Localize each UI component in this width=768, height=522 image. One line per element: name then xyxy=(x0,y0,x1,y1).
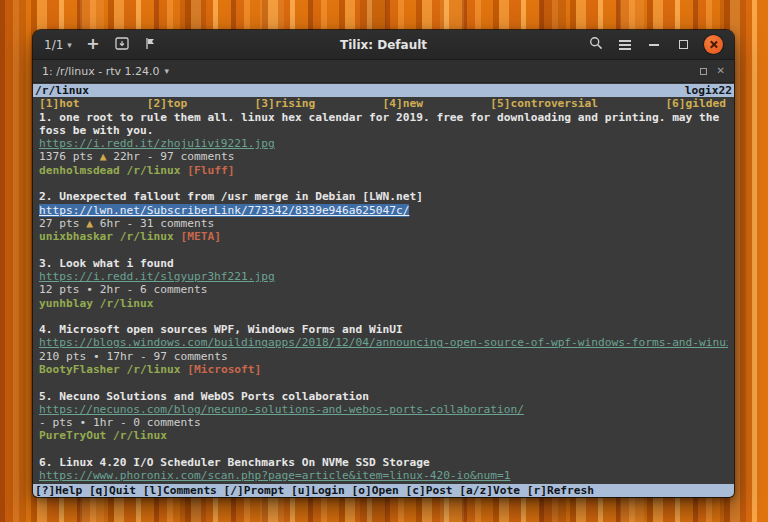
minimize-icon xyxy=(649,44,659,46)
post-title[interactable]: 6. Linux 4.20 I/O Scheduler Benchmarks O… xyxy=(39,456,728,469)
post-item: 4. Microsoft open sources WPF, Windows F… xyxy=(39,323,728,376)
post-title[interactable]: 3. Look what i found xyxy=(39,257,728,270)
logged-in-user: logix22 xyxy=(685,84,732,97)
close-icon xyxy=(704,35,723,54)
post-url-line: https://i.redd.it/zhoju1ivi9221.jpg xyxy=(39,137,728,150)
hamburger-menu-icon xyxy=(619,38,631,52)
titlebar-right-controls xyxy=(584,34,727,56)
maximize-terminal-icon[interactable] xyxy=(700,68,707,75)
terminal-tab-label: 1: /r/linux - rtv 1.24.0 xyxy=(42,65,160,78)
minimize-button[interactable] xyxy=(642,34,666,56)
post-author-line: PureTryOut /r/linux xyxy=(39,429,728,442)
flag-button[interactable] xyxy=(139,34,163,56)
terminal-tab-controls: ✕ xyxy=(700,66,725,76)
terminal-tab-bar: 1: /r/linux - rtv 1.24.0 ▾ ✕ xyxy=(33,60,734,83)
session-indicator-dropdown[interactable]: 1/1 ▾ xyxy=(40,34,76,56)
post-title[interactable]: 4. Microsoft open sources WPF, Windows F… xyxy=(39,323,728,336)
tab-gilded[interactable]: [6]gilded xyxy=(665,97,726,110)
rtv-status-bar: [?]Help [q]Quit [l]Comments [/]Prompt [u… xyxy=(33,484,734,497)
search-button[interactable] xyxy=(584,34,608,56)
post-item: 1. one root to rule them all. linux hex … xyxy=(39,111,728,177)
close-button[interactable] xyxy=(700,34,727,56)
post-subreddit: /r/linux xyxy=(113,429,167,442)
post-score: 27 pts xyxy=(39,217,79,230)
post-author-line: BootyFlasher /r/linux [Microsoft] xyxy=(39,363,728,376)
post-url-line: https://blogs.windows.com/buildingapps/2… xyxy=(39,336,728,349)
add-terminal-down-button[interactable] xyxy=(110,34,134,56)
post-author-line: denholmsdead /r/linux [Fluff] xyxy=(39,164,728,177)
post-meta-line: 12 pts • 2hr - 6 comments xyxy=(39,283,728,296)
close-terminal-icon[interactable]: ✕ xyxy=(717,66,725,76)
post-meta-line: 27 pts ▲ 6hr - 31 comments xyxy=(39,217,728,230)
chevron-down-icon: ▾ xyxy=(67,40,72,50)
search-icon xyxy=(589,36,603,53)
menu-button[interactable] xyxy=(613,34,637,56)
post-url-line: https://necunos.com/blog/necuno-solution… xyxy=(39,403,728,416)
tab-hot[interactable]: [1]hot xyxy=(39,97,147,110)
post-item: 6. Linux 4.20 I/O Scheduler Benchmarks O… xyxy=(39,456,728,483)
post-url-link[interactable]: https://www.phoronix.com/scan.php?page=a… xyxy=(39,469,510,482)
rtv-header-bar: /r/linux logix22 xyxy=(33,84,734,97)
tab-controversial[interactable]: [5]controversial xyxy=(490,97,665,110)
post-subreddit: /r/linux xyxy=(120,230,174,243)
terminal-down-icon xyxy=(115,37,129,53)
post-item: 5. Necuno Solutions and WebOS Ports coll… xyxy=(39,390,728,443)
post-item: 2. Unexpected fallout from /usr merge in… xyxy=(39,190,728,243)
post-details: 2hr - 6 comments xyxy=(100,283,208,296)
maximize-icon xyxy=(679,40,688,49)
rtv-sort-tabs: [1]hot [2]top [3]rising [4]new [5]contro… xyxy=(39,97,728,110)
post-title[interactable]: 5. Necuno Solutions and WebOS Ports coll… xyxy=(39,390,728,403)
post-author: denholmsdead xyxy=(39,164,120,177)
post-url-link[interactable]: https://i.redd.it/slgyupr3hf221.jpg xyxy=(39,270,275,283)
new-session-button[interactable]: + xyxy=(81,34,105,56)
tab-new[interactable]: [4]new xyxy=(383,97,491,110)
terminal-tab-title[interactable]: 1: /r/linux - rtv 1.24.0 ▾ xyxy=(42,65,169,78)
post-url-link[interactable]: https://i.redd.it/zhoju1ivi9221.jpg xyxy=(39,137,275,150)
post-score: 210 pts xyxy=(39,350,86,363)
bullet-icon: • xyxy=(79,416,86,429)
post-url-link[interactable]: https://blogs.windows.com/buildingapps/2… xyxy=(39,336,728,349)
post-details: 1hr - 0 comments xyxy=(93,416,201,429)
post-details: 22hr - 97 comments xyxy=(113,150,234,163)
tilix-window: 1/1 ▾ + Tilix: Default xyxy=(33,30,734,497)
post-title[interactable]: 1. one root to rule them all. linux hex … xyxy=(39,111,728,138)
post-score: 1376 pts xyxy=(39,150,93,163)
post-author-line: unixbhaskar /r/linux [META] xyxy=(39,230,728,243)
upvote-arrow-icon: ▲ xyxy=(100,150,107,163)
post-flair: [Microsoft] xyxy=(187,363,261,376)
titlebar-left-controls: 1/1 ▾ + xyxy=(40,34,163,56)
post-flair: [META] xyxy=(180,230,220,243)
window-titlebar: 1/1 ▾ + Tilix: Default xyxy=(33,30,734,60)
post-details: 6hr - 31 comments xyxy=(100,217,215,230)
session-indicator-label: 1/1 xyxy=(44,38,63,52)
chevron-down-icon: ▾ xyxy=(165,66,170,76)
post-url-link-selected[interactable]: https://lwn.net/SubscriberLink/773342/83… xyxy=(39,204,409,217)
post-subreddit: /r/linux xyxy=(127,363,181,376)
post-author: PureTryOut xyxy=(39,429,106,442)
post-author: unixbhaskar xyxy=(39,230,113,243)
upvote-arrow-icon: ▲ xyxy=(86,217,93,230)
post-author: yunhblay xyxy=(39,297,93,310)
post-title[interactable]: 2. Unexpected fallout from /usr merge in… xyxy=(39,190,728,203)
post-url-line: https://lwn.net/SubscriberLink/773342/83… xyxy=(39,204,728,217)
post-subreddit: /r/linux xyxy=(100,297,154,310)
post-meta-line: 1376 pts ▲ 22hr - 97 comments xyxy=(39,150,728,163)
terminal-view[interactable]: /r/linux logix22 [1]hot [2]top [3]rising… xyxy=(33,83,734,497)
post-url-line: https://i.redd.it/slgyupr3hf221.jpg xyxy=(39,270,728,283)
post-author-line: yunhblay /r/linux xyxy=(39,297,728,310)
bullet-icon: • xyxy=(93,350,100,363)
subreddit-location: /r/linux xyxy=(35,84,89,97)
post-url-link[interactable]: https://necunos.com/blog/necuno-solution… xyxy=(39,403,524,416)
flag-icon xyxy=(144,37,157,53)
post-score: - pts xyxy=(39,416,73,429)
post-score: 12 pts xyxy=(39,283,79,296)
rtv-content: /r/linux logix22 [1]hot [2]top [3]rising… xyxy=(33,83,734,483)
post-item: 3. Look what i found https://i.redd.it/s… xyxy=(39,257,728,310)
post-author: BootyFlasher xyxy=(39,363,120,376)
bullet-icon: • xyxy=(86,283,93,296)
maximize-button[interactable] xyxy=(671,34,695,56)
post-subreddit: /r/linux xyxy=(127,164,181,177)
post-meta-line: - pts • 1hr - 0 comments xyxy=(39,416,728,429)
tab-top[interactable]: [2]top xyxy=(147,97,255,110)
tab-rising[interactable]: [3]rising xyxy=(255,97,383,110)
